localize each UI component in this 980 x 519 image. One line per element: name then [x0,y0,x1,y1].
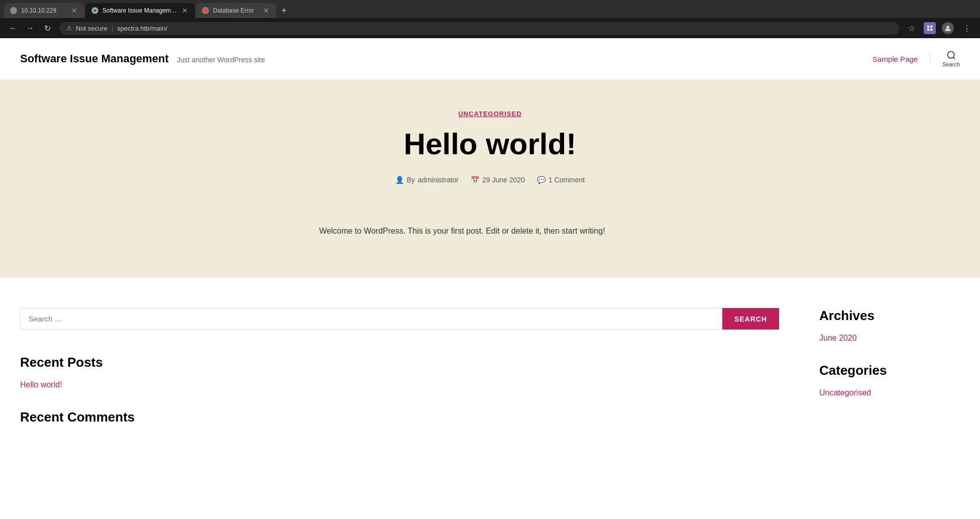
post-author-prefix: By [407,176,415,184]
website-content: Software Issue Management Just another W… [0,38,980,465]
search-input[interactable] [20,308,722,330]
category-uncategorised[interactable]: Uncategorised [819,388,960,397]
search-submit-button[interactable]: SEARCH [722,308,779,330]
tab-2-title: Software Issue Managem… [102,7,177,14]
tab-bar: 10.10.10.229 ✕ Software Issue Managem… ✕… [0,0,980,18]
svg-point-1 [93,9,97,13]
menu-button[interactable]: ⋮ [960,21,974,35]
extensions-icon[interactable] [924,22,936,34]
post-author-name: administrator [418,176,459,184]
header-nav: Sample Page Search [873,50,960,67]
nav-divider [930,53,930,65]
svg-point-0 [11,8,16,13]
tab-1-favicon [10,7,17,14]
post-date: 📅 29 June 2020 [471,176,525,184]
categories-title: Categories [819,363,960,378]
site-title: Software Issue Management [20,52,169,65]
tab-1-title: 10.10.10.229 [21,7,66,14]
post-comments-text: 1 Comment [549,176,585,184]
recent-posts-title: Recent Posts [20,355,779,370]
search-icon [946,50,956,60]
site-main: SEARCH Recent Posts Hello world! Recent … [0,278,980,465]
comment-icon: 💬 [537,176,546,184]
post-title: Hello world! [20,128,960,161]
back-button[interactable]: ← [6,21,20,35]
post-comments: 💬 1 Comment [537,176,585,184]
tab-2-favicon [91,7,98,14]
tab-1[interactable]: 10.10.10.229 ✕ [4,3,84,18]
categories-widget: Categories Uncategorised [819,363,960,397]
post-author: 👤 By administrator [395,176,459,184]
search-widget: SEARCH [20,308,779,330]
recent-comments-title: Recent Comments [20,409,779,425]
recent-comments-widget: Recent Comments [20,409,779,425]
main-content: SEARCH Recent Posts Hello world! Recent … [20,308,779,435]
toolbar-right: ☆ ⋮ [905,21,974,35]
tab-2[interactable]: Software Issue Managem… ✕ [85,3,195,18]
svg-line-9 [953,57,955,59]
tab-3-title: Database Error [213,7,258,14]
security-label: Not secure [76,25,107,32]
archive-june-2020[interactable]: June 2020 [819,334,960,343]
svg-rect-4 [930,26,932,28]
archives-widget: Archives June 2020 [819,308,960,343]
archives-title: Archives [819,308,960,324]
content-sidebar: SEARCH Recent Posts Hello world! Recent … [20,308,960,435]
search-button[interactable]: Search [942,50,960,67]
security-icon: ⚠ [66,25,72,32]
address-bar: ← → ↻ ⚠ Not secure | spectra.htb/main/ ☆… [0,18,980,38]
tab-3[interactable]: Database Error ✕ [196,3,276,18]
post-meta: 👤 By administrator 📅 29 June 2020 💬 1 Co… [20,176,960,184]
tab-2-close[interactable]: ✕ [181,6,189,15]
url-text: spectra.htb/main/ [117,25,167,32]
nav-buttons: ← → ↻ [6,21,54,35]
site-header: Software Issue Management Just another W… [0,38,980,80]
site-tagline: Just another WordPress site [177,56,265,64]
post-date-text: 29 June 2020 [482,176,525,184]
browser-chrome: 10.10.10.229 ✕ Software Issue Managem… ✕… [0,0,980,38]
tab-3-close[interactable]: ✕ [262,6,270,15]
post-category[interactable]: UNCATEGORISED [20,110,960,118]
recent-post-hello-world[interactable]: Hello world! [20,380,779,389]
sample-page-link[interactable]: Sample Page [873,55,918,63]
svg-point-2 [203,8,208,13]
url-bar[interactable]: ⚠ Not secure | spectra.htb/main/ [59,22,900,35]
new-tab-button[interactable]: + [277,5,291,17]
post-content: Welcome to WordPress. This is your first… [319,224,661,238]
profile-button[interactable] [941,21,955,35]
svg-rect-6 [930,29,932,31]
date-icon: 📅 [471,176,479,184]
bookmark-button[interactable]: ☆ [905,21,919,35]
avatar-icon [942,22,954,34]
url-separator: | [112,25,113,32]
recent-posts-widget: Recent Posts Hello world! [20,355,779,389]
tab-1-close[interactable]: ✕ [70,6,78,15]
svg-rect-5 [927,29,929,31]
sidebar: Archives June 2020 Categories Uncategori… [819,308,960,435]
post-content-area: Welcome to WordPress. This is your first… [0,224,980,278]
search-icon-label: Search [942,61,960,67]
tab-3-favicon [202,7,209,14]
svg-rect-3 [927,26,929,28]
svg-point-8 [947,52,954,58]
reload-button[interactable]: ↻ [40,21,54,35]
post-hero: UNCATEGORISED Hello world! 👤 By administ… [0,80,980,224]
author-icon: 👤 [395,176,404,184]
site-title-area: Software Issue Management Just another W… [20,52,265,65]
forward-button[interactable]: → [23,21,37,35]
